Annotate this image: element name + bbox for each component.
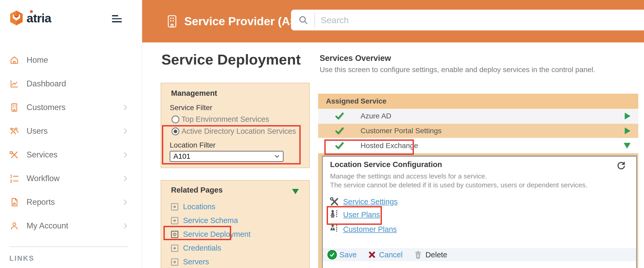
sidebar-item-dashboard[interactable]: Dashboard bbox=[0, 72, 142, 95]
arrow-link-icon bbox=[171, 217, 178, 224]
assigned-check-icon bbox=[318, 142, 361, 150]
location-filter-select[interactable]: A101 bbox=[170, 151, 283, 162]
customers-icon bbox=[9, 103, 19, 112]
column-assigned: Assigned bbox=[326, 97, 361, 105]
user-plans-icon bbox=[329, 209, 340, 220]
management-panel-title: Management bbox=[171, 89, 217, 98]
radio-unselected-icon bbox=[172, 116, 179, 123]
sidebar-item-workflow[interactable]: 1 2 Workflow bbox=[0, 167, 142, 190]
services-overview-subtitle: Use this screen to configure settings, e… bbox=[320, 66, 595, 74]
related-page-service-schema[interactable]: Service Schema bbox=[171, 214, 301, 227]
sidebar-nav: Home Dashboard Customers bbox=[0, 48, 142, 238]
page-title: Service Deployment bbox=[161, 51, 301, 68]
table-row-azure-ad[interactable]: Azure AD bbox=[318, 109, 638, 124]
config-link-customer-plans[interactable]: Customer Plans bbox=[329, 224, 397, 235]
services-icon bbox=[9, 150, 19, 160]
svg-text:1: 1 bbox=[10, 174, 12, 178]
svg-text:2: 2 bbox=[10, 179, 12, 183]
sidebar-divider bbox=[9, 246, 128, 247]
assigned-check-icon bbox=[318, 127, 361, 135]
users-icon bbox=[9, 126, 19, 136]
home-icon bbox=[9, 55, 19, 65]
chevron-down-icon bbox=[274, 153, 280, 160]
collapse-down-triangle-icon[interactable] bbox=[624, 143, 630, 149]
config-link-user-plans[interactable]: User Plans bbox=[329, 209, 380, 220]
links-section-label: LINKS bbox=[9, 254, 34, 263]
save-button[interactable]: Save bbox=[327, 250, 357, 259]
table-row-customer-portal-settings[interactable]: Customer Portal Settings bbox=[318, 124, 638, 138]
arrow-link-icon bbox=[171, 245, 178, 252]
chevron-right-icon bbox=[121, 127, 129, 135]
related-pages-panel: Related Pages Locations Service Schema S… bbox=[161, 180, 310, 268]
cancel-x-icon bbox=[368, 250, 376, 259]
sidebar-item-services[interactable]: Services bbox=[0, 143, 142, 167]
atria-logo-dot bbox=[30, 10, 33, 13]
related-page-locations[interactable]: Locations bbox=[171, 200, 301, 214]
chevron-right-icon bbox=[121, 151, 129, 159]
table-row-hosted-exchange[interactable]: Hosted Exchange bbox=[318, 138, 638, 153]
sidebar-item-customers[interactable]: Customers bbox=[0, 95, 142, 119]
radio-selected-icon bbox=[172, 127, 179, 135]
chevron-right-icon bbox=[121, 175, 129, 182]
dashboard-icon bbox=[9, 79, 19, 89]
arrow-link-icon bbox=[171, 258, 178, 266]
config-link-service-settings[interactable]: Service Settings bbox=[329, 196, 398, 207]
radio-active-directory-location-services[interactable]: Active Directory Location Services bbox=[172, 127, 296, 136]
expand-right-triangle-icon[interactable] bbox=[625, 113, 630, 119]
trash-icon bbox=[413, 250, 423, 259]
menu-toggle-icon[interactable] bbox=[112, 15, 122, 23]
sidebar: atria Home Dashboard bbox=[0, 0, 142, 268]
chevron-right-icon bbox=[121, 222, 129, 230]
account-icon bbox=[9, 221, 19, 231]
save-check-icon bbox=[327, 250, 337, 259]
config-description-line1: Manage the settings and access levels fo… bbox=[330, 172, 487, 180]
radio-top-environment-services[interactable]: Top Environment Services bbox=[172, 115, 269, 124]
sidebar-item-reports[interactable]: Reports bbox=[0, 190, 142, 214]
reports-icon bbox=[9, 197, 19, 207]
collapse-triangle-icon[interactable] bbox=[292, 189, 299, 194]
location-filter-label: Location Filter bbox=[170, 141, 216, 149]
atria-logo-text: atria bbox=[27, 11, 51, 25]
cancel-button[interactable]: Cancel bbox=[368, 250, 402, 259]
config-panel-title: Location Service Configuration bbox=[330, 160, 442, 169]
config-action-bar: Save Cancel Delete bbox=[323, 248, 636, 261]
chevron-right-icon bbox=[121, 198, 129, 206]
services-table: Assigned Service Azure AD Customer Porta… bbox=[318, 94, 638, 153]
refresh-icon[interactable] bbox=[616, 160, 626, 171]
service-provider-icon bbox=[166, 13, 179, 29]
related-page-servers[interactable]: Servers bbox=[171, 255, 301, 268]
target-icon bbox=[171, 231, 178, 238]
assigned-check-icon bbox=[318, 112, 361, 120]
services-overview-title: Services Overview bbox=[320, 54, 391, 63]
workflow-icon: 1 2 bbox=[9, 174, 19, 183]
management-panel: Management Service Filter Top Environmen… bbox=[161, 83, 310, 168]
search-icon bbox=[298, 15, 309, 25]
sidebar-item-home[interactable]: Home bbox=[0, 48, 142, 72]
related-page-credentials[interactable]: Credentials bbox=[171, 241, 301, 255]
config-description-line2: The service cannot be deleted if it is u… bbox=[330, 181, 588, 189]
location-service-configuration-panel: Location Service Configuration Manage th… bbox=[322, 156, 637, 268]
sidebar-item-my-account[interactable]: My Account bbox=[0, 214, 142, 238]
related-page-service-deployment[interactable]: Service Deployment bbox=[171, 227, 301, 241]
search-input[interactable] bbox=[315, 15, 644, 25]
customer-plans-icon bbox=[329, 224, 340, 235]
tools-icon bbox=[329, 196, 340, 207]
chevron-right-icon bbox=[121, 104, 129, 111]
related-pages-title: Related Pages bbox=[171, 186, 223, 194]
atria-logo[interactable]: atria bbox=[9, 10, 51, 26]
search-box[interactable] bbox=[291, 10, 644, 30]
top-header: Service Provider (ASP) bbox=[142, 0, 644, 42]
atria-logo-icon bbox=[9, 10, 24, 26]
expand-right-triangle-icon[interactable] bbox=[625, 127, 630, 134]
service-filter-label: Service Filter bbox=[170, 104, 212, 112]
column-service: Service bbox=[361, 97, 387, 105]
delete-button[interactable]: Delete bbox=[413, 250, 447, 259]
table-header-row: Assigned Service bbox=[318, 94, 638, 109]
arrow-link-icon bbox=[171, 203, 178, 210]
context-title: Service Provider (ASP) bbox=[184, 15, 309, 28]
sidebar-item-users[interactable]: Users bbox=[0, 119, 142, 143]
